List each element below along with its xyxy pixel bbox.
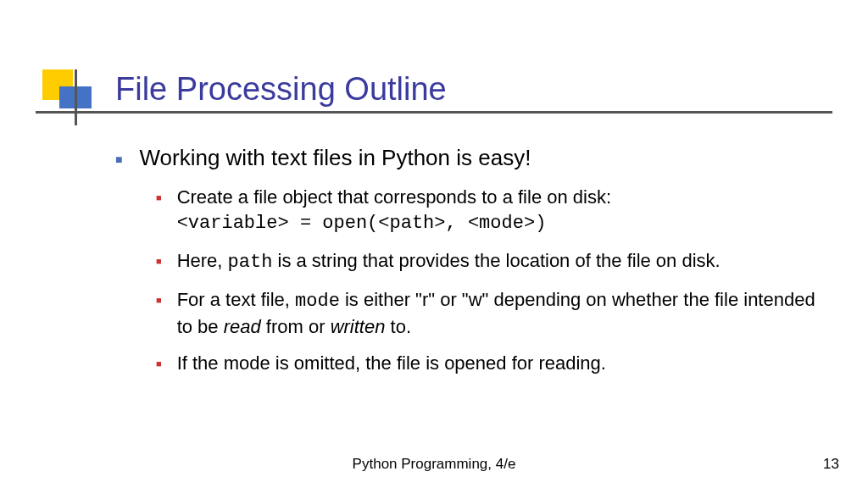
slide-decoration	[36, 69, 78, 112]
footer-text: Python Programming, 4/e	[0, 456, 868, 473]
bullet-marker: ■	[156, 358, 162, 376]
bullet-text: Create a file object that corresponds to…	[177, 185, 611, 236]
bullet-level1: ■ Working with text files in Python is e…	[115, 144, 836, 173]
bullet-level2: ■ Create a file object that corresponds …	[156, 185, 836, 236]
code-inline: path	[228, 252, 273, 273]
bullet-text: For a text file, mode is either "r" or "…	[177, 287, 836, 339]
code-inline: mode	[295, 291, 340, 312]
bullet-marker: ■	[156, 256, 162, 275]
emphasis: written	[331, 316, 386, 337]
slide-content: ■ Working with text files in Python is e…	[115, 144, 836, 388]
slide-title: File Processing Outline	[115, 71, 447, 108]
code-snippet: <variable> = open(<path>, <mode>)	[177, 213, 547, 234]
horizontal-rule	[36, 111, 832, 114]
bullet-marker: ■	[156, 295, 162, 339]
bullet-level2: ■ Here, path is a string that provides t…	[156, 248, 836, 275]
bullet-level2: ■ If the mode is omitted, the file is op…	[156, 351, 836, 376]
bullet-text: Here, path is a string that provides the…	[177, 248, 721, 275]
bullet-marker: ■	[115, 152, 122, 173]
bullet-text: Working with text files in Python is eas…	[139, 144, 531, 173]
bullet-marker: ■	[156, 192, 162, 236]
bullet-text: If the mode is omitted, the file is open…	[177, 351, 606, 376]
bullet-level2: ■ For a text file, mode is either "r" or…	[156, 287, 836, 339]
vertical-rule	[75, 69, 77, 125]
emphasis: read	[224, 316, 261, 337]
page-number: 13	[823, 456, 839, 473]
